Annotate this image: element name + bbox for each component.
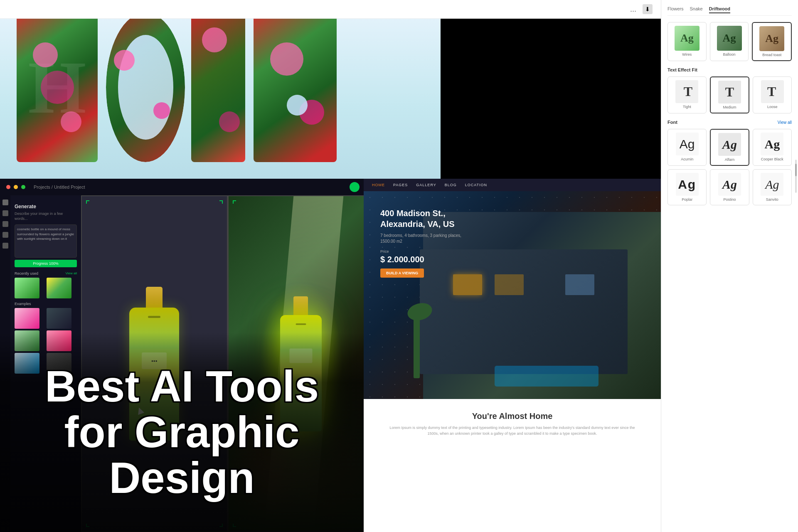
nav-home[interactable]: HOME bbox=[372, 183, 385, 187]
style-card-balloon[interactable]: Ag Balloon bbox=[710, 22, 749, 61]
nav-icon-3[interactable] bbox=[2, 221, 8, 227]
font-label-sanvito: Sanvito bbox=[766, 197, 778, 202]
more-options-icon[interactable]: ... bbox=[630, 5, 636, 14]
tab-snake[interactable]: Snake bbox=[690, 6, 703, 13]
website-nav: HOME PAGES GALLERY BLOG LOCATION bbox=[364, 179, 661, 191]
fit-tight-preview: T bbox=[675, 80, 698, 103]
generate-section: Generate Describe your image in a few wo… bbox=[15, 204, 77, 267]
font-label-alfarn: Alfarn bbox=[725, 158, 735, 162]
scrollbar-track bbox=[795, 160, 797, 193]
fit-loose-label: Loose bbox=[767, 105, 778, 109]
recent-thumb-2[interactable] bbox=[47, 278, 71, 298]
download-button[interactable]: ⬇ bbox=[643, 4, 653, 14]
font-card-poplar[interactable]: Ag Poplar bbox=[667, 169, 707, 205]
font-card-acumin[interactable]: Ag Acumin bbox=[667, 129, 707, 166]
recent-thumbnails bbox=[15, 278, 77, 298]
floral-hola-panel: H bbox=[0, 0, 441, 179]
fit-loose-preview: T bbox=[761, 80, 784, 103]
close-dot[interactable] bbox=[6, 185, 10, 189]
nav-icon-5[interactable] bbox=[2, 243, 8, 249]
nav-icon-2[interactable] bbox=[2, 210, 8, 216]
generate-desc: Describe your image in a few words... bbox=[15, 212, 77, 221]
progress-button[interactable]: Progress 100% bbox=[15, 260, 77, 267]
font-label-acumin: Acumin bbox=[681, 157, 693, 161]
style-label-balloon: Balloon bbox=[723, 52, 735, 57]
font-card-cooper[interactable]: Ag Cooper Black bbox=[753, 129, 792, 166]
font-card-sanvito[interactable]: Ag Sanvito bbox=[753, 169, 792, 205]
breadcrumb: Projects / Untitled Project bbox=[34, 185, 85, 190]
hero-text-block: 400 Madison St., Alexandria, VA, US 7 be… bbox=[380, 208, 463, 278]
style-label-breadtoast: Bread toast bbox=[762, 53, 781, 57]
style-card-breadtoast[interactable]: Ag Bread toast bbox=[752, 22, 792, 61]
nav-gallery[interactable]: GALLERY bbox=[416, 183, 436, 187]
text-effect-fit-title: Text Effect Fit bbox=[667, 67, 792, 72]
nav-icon-4[interactable] bbox=[2, 232, 8, 238]
generate-textarea[interactable]: cosmetic bottle on a mound of moss surro… bbox=[15, 224, 77, 258]
bottle-label-top bbox=[296, 323, 306, 325]
hero-price-label: Price bbox=[380, 249, 463, 254]
fit-tight[interactable]: T Tight bbox=[667, 76, 707, 113]
nav-location[interactable]: LOCATION bbox=[465, 183, 487, 187]
hero-cta-button[interactable]: BUILD A VIEWING bbox=[380, 268, 424, 278]
font-card-postino[interactable]: Ag Postino bbox=[710, 169, 749, 205]
website-hero: 400 Madison St., Alexandria, VA, US 7 be… bbox=[364, 191, 661, 399]
handle-tl bbox=[86, 200, 89, 204]
font-grid: Ag Acumin Ag Alfarn Ag Cooper Black Ag P… bbox=[667, 129, 792, 205]
font-label-postino: Postino bbox=[723, 197, 736, 202]
font-card-alfarn[interactable]: Ag Alfarn bbox=[710, 129, 749, 166]
tab-driftwood[interactable]: Driftwood bbox=[709, 6, 730, 13]
font-preview-alfarn: Ag bbox=[718, 133, 741, 156]
view-all-fonts[interactable]: View all bbox=[778, 120, 792, 125]
font-label-cooper: Cooper Black bbox=[761, 157, 783, 161]
handle-tl-r bbox=[233, 200, 236, 204]
style-cards: Ag Wires Ag Balloon Ag Bread toast bbox=[667, 22, 792, 61]
overlay-title-line2: for Graphic Design bbox=[0, 409, 364, 501]
minimize-dot[interactable] bbox=[14, 185, 18, 189]
website-bottom-section: You're Almost Home Lorem Ipsum is simply… bbox=[364, 399, 661, 449]
font-preview-acumin: Ag bbox=[676, 133, 699, 155]
fit-options: T Tight T Medium T Loose bbox=[667, 76, 792, 113]
nav-icon-1[interactable] bbox=[2, 200, 8, 205]
font-preview-cooper: Ag bbox=[761, 133, 783, 155]
font-preview-poplar: Ag bbox=[676, 173, 699, 196]
style-card-wires[interactable]: Ag Wires bbox=[667, 22, 707, 61]
style-preview-breadtoast: Ag bbox=[759, 26, 784, 51]
panel-topbar: Projects / Untitled Project bbox=[0, 179, 364, 195]
window-controls bbox=[6, 185, 25, 189]
example-thumb-2[interactable] bbox=[47, 308, 71, 329]
maximize-dot[interactable] bbox=[21, 185, 25, 189]
handle-tr bbox=[219, 200, 223, 204]
nav-pages[interactable]: PAGES bbox=[393, 183, 408, 187]
generate-label: Generate bbox=[15, 204, 77, 209]
style-preview-balloon: Ag bbox=[717, 26, 742, 51]
font-section-header: Font View all bbox=[667, 120, 792, 125]
recent-thumb-1[interactable] bbox=[15, 278, 39, 298]
scrollbar-thumb[interactable] bbox=[795, 164, 797, 176]
fit-medium-preview: T bbox=[718, 81, 741, 103]
fit-medium[interactable]: T Medium bbox=[710, 76, 750, 113]
right-properties-panel: Flowers Snake Driftwood Ag Wires Ag Ball… bbox=[661, 0, 798, 532]
font-preview-postino: Ag bbox=[718, 173, 741, 196]
examples-label: Examples bbox=[15, 302, 77, 306]
style-label-wires: Wires bbox=[682, 52, 692, 57]
view-all-link[interactable]: View all bbox=[66, 271, 77, 275]
website-preview: HOME PAGES GALLERY BLOG LOCATION 400 M bbox=[364, 179, 661, 532]
download-icon: ⬇ bbox=[645, 6, 650, 12]
fit-tight-label: Tight bbox=[683, 105, 691, 109]
overlay-text-block: Best AI Tools for Graphic Design bbox=[0, 332, 364, 532]
nav-blog[interactable]: BLOG bbox=[445, 183, 457, 187]
hero-address-line2: Alexandria, VA, US bbox=[380, 219, 463, 229]
overlay-title-line1: Best AI Tools bbox=[45, 364, 319, 409]
hero-sub-desc: 7 bedrooms, 4 bathrooms, 3 parking place… bbox=[380, 233, 463, 244]
fit-loose[interactable]: T Loose bbox=[753, 76, 792, 113]
example-thumb-1[interactable] bbox=[15, 308, 39, 329]
font-preview-sanvito: Ag bbox=[761, 173, 783, 196]
bottle-cap-right bbox=[293, 296, 308, 315]
style-preview-wires: Ag bbox=[675, 26, 699, 51]
recently-used-label: Recently used View all bbox=[15, 271, 77, 276]
font-title: Font bbox=[667, 120, 677, 125]
style-tabs: Flowers Snake Driftwood bbox=[667, 6, 792, 16]
tab-flowers[interactable]: Flowers bbox=[667, 6, 684, 13]
font-label-poplar: Poplar bbox=[682, 197, 692, 202]
action-button[interactable] bbox=[350, 182, 360, 192]
